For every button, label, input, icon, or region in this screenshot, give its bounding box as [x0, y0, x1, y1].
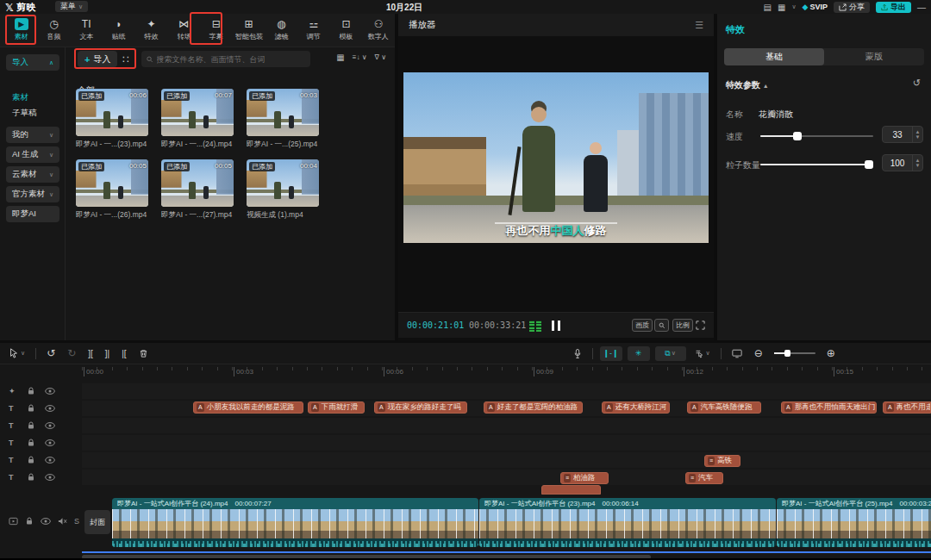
eye-icon[interactable] [45, 457, 55, 464]
zoom-out-button[interactable]: ⊖ [754, 347, 763, 359]
preview-axis-toggle-button[interactable]: ✳ [628, 346, 650, 361]
sidebar-item-mine[interactable]: 我的 ∨ [6, 127, 59, 143]
sidebar-item-cloud[interactable]: 云素材 ∨ [6, 166, 59, 183]
pause-button[interactable] [552, 320, 560, 331]
lock-icon[interactable] [25, 517, 34, 526]
snap-toggle-button[interactable]: ❙-❙ [600, 346, 622, 361]
caption-clip[interactable]: A 现在家乡的路好走了吗 [374, 401, 467, 414]
sort-icon[interactable]: ≡↓ ∨ [353, 53, 367, 61]
grid-view-icon[interactable]: ▦ [336, 53, 344, 62]
menu-button[interactable]: 菜单 ∨ [55, 1, 88, 12]
particles-input[interactable]: 100 ▲▼ [882, 154, 923, 171]
layout-chevron-icon[interactable]: ∨ [791, 3, 796, 10]
toolbar-item-digital-human[interactable]: ⚇ 数字人 [362, 18, 395, 42]
sidebar-item-subdraft[interactable]: 子草稿 [12, 108, 37, 119]
eye-icon[interactable] [45, 439, 55, 446]
media-thumbnail[interactable]: 已添加 00:06 [76, 89, 148, 136]
preview-window-button[interactable] [732, 349, 742, 358]
share-button[interactable]: 分享 [834, 2, 870, 13]
lock-icon[interactable] [27, 439, 35, 447]
toolbar-item-media[interactable]: ▶ 素材 [5, 18, 38, 42]
media-thumbnail[interactable]: 已添加 00:07 [161, 89, 234, 136]
eye-icon[interactable] [45, 388, 55, 395]
toolbar-item-template[interactable]: ⊡ 模板 [330, 18, 363, 42]
toolbar-item-effects[interactable]: ✦ 特效 [135, 18, 168, 42]
particles-slider[interactable] [760, 164, 873, 165]
stepper-down-icon[interactable]: ▼ [915, 134, 921, 140]
media-thumbnail[interactable]: 已添加 00:03 [247, 89, 319, 136]
toolbar-item-smart-pack[interactable]: ⊞ 智能包装 [233, 18, 266, 42]
sticker-clip[interactable]: ≡ 高铁 [704, 455, 740, 467]
link-toggle-button[interactable]: ⧉∨ [655, 346, 686, 361]
slider-handle[interactable] [865, 160, 873, 169]
media-thumbnail[interactable]: 已添加 00:05 [76, 159, 148, 207]
minimize-button[interactable]: — [917, 3, 926, 12]
select-tool-button[interactable]: ∨ [9, 348, 25, 358]
undo-button[interactable]: ↺ [47, 347, 55, 359]
zoom-in-button[interactable]: ⊕ [827, 347, 835, 359]
filter-funnel-icon[interactable]: ∇ ∨ [375, 53, 386, 61]
caption-clip[interactable]: A 下雨就打滑 [308, 401, 365, 414]
media-thumbnail[interactable]: 已添加 00:05 [161, 159, 234, 207]
toolbar-item-audio[interactable]: ◷ 音频 [38, 18, 71, 42]
caption-clip[interactable]: A 还有大桥跨江河 [602, 401, 670, 414]
search-input[interactable] [157, 55, 306, 64]
caption-clip[interactable]: A 好走了都是宽阔的柏油路 [484, 401, 583, 414]
record-voiceover-button[interactable] [573, 348, 582, 359]
stepper-down-icon[interactable]: ▼ [915, 163, 921, 168]
split-right-button[interactable]: |[ [122, 349, 126, 358]
sticker-clip[interactable]: ≡ 柏油路 [560, 472, 609, 484]
fullscreen-icon[interactable] [696, 320, 705, 330]
effect-params-header[interactable]: 特效参数 ▲ [726, 79, 769, 91]
sticker-clip-partial[interactable] [541, 485, 601, 495]
toolbar-item-captions[interactable]: ⊟ 字幕 [200, 18, 233, 42]
svip-badge[interactable]: ◆ SVIP [803, 3, 828, 11]
quality-button[interactable]: 画质 [632, 319, 653, 332]
eye-icon[interactable] [45, 422, 55, 429]
eye-icon[interactable] [45, 474, 55, 481]
eye-icon[interactable] [45, 405, 55, 412]
split-left-button[interactable]: ]| [105, 349, 109, 358]
reset-icon[interactable]: ↺ [913, 78, 921, 89]
layout-panel-icon[interactable]: ▤ [764, 3, 772, 12]
tab-mask[interactable]: 蒙版 [824, 48, 924, 65]
mute-speaker-icon[interactable] [58, 517, 67, 526]
import-button[interactable]: + 导入 [78, 51, 117, 67]
import-grid-icon[interactable]: ∷ [122, 53, 128, 65]
redo-button[interactable]: ↻ [67, 347, 76, 359]
tab-basic[interactable]: 基础 [724, 48, 824, 65]
toolbar-item-sticker[interactable]: ◗ 贴纸 [103, 18, 135, 42]
caption-clip[interactable]: A 汽车高铁随便跑 [687, 401, 761, 414]
stepper-icons[interactable]: ▲▼ [912, 155, 922, 171]
slider-handle[interactable] [793, 132, 802, 140]
timeline-ruler[interactable]: 00:00 00:03 00:06 00:09 00:12 00:15 [82, 366, 931, 379]
video-clip[interactable]: 即梦AI - 一站式AI创作平台 (24).mp4 00:00:07:27 [112, 498, 478, 547]
caption-clip[interactable]: A 小朋友我以前走的都是泥路 [193, 401, 303, 414]
eye-icon[interactable] [41, 518, 51, 525]
cursor-mode-button[interactable]: ∨ [695, 349, 710, 358]
sidebar-item-import[interactable]: 导入 ∧ [6, 54, 59, 71]
caption-clip[interactable]: A 再也不用走泥路 [883, 401, 931, 414]
player-menu-icon[interactable]: ☰ [695, 20, 703, 31]
timeline-zoom-slider[interactable] [774, 352, 815, 354]
collapsed-audio-track[interactable] [82, 551, 931, 553]
toolbar-item-text[interactable]: TI 文本 [70, 18, 103, 42]
video-clip[interactable]: 即梦AI - 一站式AI创作平台 (23).mp4 00:00:06:14 [479, 498, 776, 547]
toolbar-item-adjust[interactable]: ⚍ 调节 [297, 18, 330, 42]
delete-button[interactable] [139, 349, 148, 358]
export-button[interactable]: 导出 [876, 2, 911, 13]
sidebar-item-material[interactable]: 素材 [12, 92, 28, 103]
ratio-button[interactable]: 比例 [672, 319, 693, 332]
lock-icon[interactable] [27, 456, 35, 464]
lock-icon[interactable] [27, 404, 35, 413]
media-thumbnail[interactable]: 已添加 00:04 [247, 159, 319, 207]
solo-badge[interactable]: S [74, 517, 79, 526]
toolbar-item-transition[interactable]: ⋈ 转场 [167, 18, 200, 42]
caption-clip[interactable]: A 那再也不用怕雨天难出门 [781, 401, 877, 414]
layout-grid-icon[interactable]: ▦ [778, 3, 785, 12]
lock-icon[interactable] [27, 421, 35, 430]
media-search[interactable] [141, 51, 310, 67]
speed-input[interactable]: 33 ▲▼ [882, 126, 923, 143]
cover-button[interactable]: 封面 [84, 510, 110, 534]
lock-icon[interactable] [27, 387, 35, 395]
